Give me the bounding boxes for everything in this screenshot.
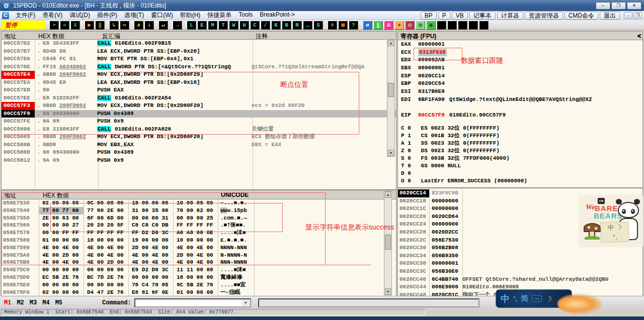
toolbar-button[interactable]: R bbox=[292, 21, 302, 30]
disasm-row[interactable]: 00CC57EA.8D45 E8LEA EAX,DWORD PTR SS:[EB… bbox=[2, 79, 396, 87]
mdi-minimize-button[interactable]: – bbox=[624, 12, 632, 19]
dropdown-arrow-icon[interactable]: ▼ bbox=[242, 300, 250, 306]
toolbar-button[interactable]: ↳ bbox=[109, 21, 119, 30]
disasm-row[interactable]: 00CC57D7.8D4D D8LEA ECX,DWORD PTR SS:[EB… bbox=[2, 48, 396, 56]
disasm-scrollbar[interactable]: ▲ ▼ bbox=[387, 39, 395, 157]
toolbar-button[interactable]: ▦ bbox=[338, 21, 348, 30]
memory-tab-m5[interactable]: M5 bbox=[55, 299, 62, 306]
ime-simplified[interactable]: 简 bbox=[521, 294, 528, 303]
toolbar-button[interactable]: L bbox=[187, 21, 196, 30]
toolbar-button[interactable]: ⇓ bbox=[144, 21, 154, 30]
menu-item[interactable]: 快捷菜单 bbox=[204, 11, 235, 20]
flag-row[interactable]: C 0 ES 0023 32位 0(FFFFFFFF) bbox=[401, 125, 641, 132]
dump-row[interactable]: 056E75A04E 00 2D 004E 00 4E 004E 00 4E 0… bbox=[2, 252, 396, 259]
toolbar-button[interactable]: ↶ bbox=[49, 21, 59, 30]
toolbar-button[interactable]: ↦ bbox=[120, 21, 129, 30]
dump-row[interactable]: 056E758001 00 00 0018 00 00 0019 00 00 0… bbox=[2, 237, 396, 244]
command-input[interactable]: ▼ bbox=[134, 298, 251, 307]
dump-row[interactable]: 056E75C000 00 00 0000 00 00 00E9 D2 D0 3… bbox=[2, 266, 396, 274]
dump-row[interactable]: 056E75F002 00 00 00D4 47 2E 76E8 81 6F 0… bbox=[2, 289, 396, 296]
menu-shortcut-button[interactable]: CMD命令 bbox=[565, 12, 598, 20]
register-row[interactable]: EDI6BF1FA90Qt5Widge.?text@QLineEdit@@QBE… bbox=[401, 96, 641, 104]
toolbar-button[interactable] bbox=[437, 21, 446, 30]
dump-row[interactable]: 056E754077 00 77 0077 00 2E 0031 00 35 0… bbox=[2, 207, 396, 215]
memory-tab-m4[interactable]: M4 bbox=[42, 299, 49, 306]
dump-row[interactable]: 056E75502E 00 63 006F 00 6D 0000 00 00 3… bbox=[2, 215, 396, 222]
menu-shortcut-button[interactable]: VB bbox=[452, 12, 468, 20]
close-button[interactable]: ✕ bbox=[627, 2, 641, 10]
toolbar-button[interactable]: A bbox=[384, 21, 393, 30]
toolbar-button[interactable]: ≡ bbox=[328, 21, 337, 30]
disasm-row[interactable]: 00CC57E4.8B0D 200FD602MOV ECX,DWORD PTR … bbox=[2, 71, 396, 79]
disasm-row[interactable]: 00CC57DA.C645 FC 01MOV BYTE PTR SS:[EBP-… bbox=[2, 55, 396, 63]
menu-shortcut-button[interactable]: P bbox=[438, 12, 450, 20]
disasm-row[interactable]: 00CC580D.68 89430000PUSH 0x4389 bbox=[2, 149, 396, 157]
disasm-row[interactable]: 00CC57ED.50PUSH EAX bbox=[2, 86, 396, 94]
disasm-row[interactable]: 00CC57D2.E8 3E4363FFCALL 010Edito.002F9B… bbox=[2, 40, 396, 48]
toolbar-button[interactable]: B bbox=[282, 21, 291, 30]
toolbar-button[interactable]: ▥ bbox=[416, 21, 425, 30]
menu-item[interactable]: Tools bbox=[235, 11, 256, 20]
menu-item[interactable]: 文件(F) bbox=[12, 11, 39, 20]
toolbar-button[interactable]: ? bbox=[349, 21, 358, 30]
toolbar-button[interactable]: W bbox=[229, 21, 238, 30]
dump-row[interactable]: 056E75904E 00 4E 004E 00 4E 002D 00 4E 0… bbox=[2, 244, 396, 252]
menu-item[interactable]: 选项(T) bbox=[121, 11, 147, 20]
disasm-row[interactable]: 00CC57DE.FF15 A024D602CALL DWORD PTR DS:… bbox=[2, 63, 396, 71]
dump-scrollbar[interactable]: ▲ ▼ bbox=[384, 191, 392, 295]
ime-chinese-mode[interactable]: 中 bbox=[501, 293, 510, 305]
toolbar-button[interactable]: ⇄ bbox=[363, 21, 372, 30]
dump-row[interactable]: 056E757000 00 FF FFFF FF FF FFFF D2 D0 3… bbox=[2, 229, 396, 237]
register-row[interactable]: EBX00000001 bbox=[401, 64, 641, 72]
ime-punctuation[interactable]: °, bbox=[513, 295, 517, 302]
memory-tab-m2[interactable]: M2 bbox=[17, 299, 24, 306]
menu-shortcut-button[interactable]: BP bbox=[421, 12, 437, 20]
disasm-row[interactable]: 00CC580B.8BD8MOV EBX,EAXEBX = EAX bbox=[2, 141, 396, 149]
toolbar-button[interactable] bbox=[458, 21, 467, 30]
toolbar-button[interactable]: ▶ bbox=[85, 21, 94, 30]
toolbar-button[interactable]: ‖ bbox=[95, 21, 105, 30]
disasm-row[interactable]: 00CC57F3.8B0D 200FD602MOV ECX,DWORD PTR … bbox=[2, 102, 396, 110]
toolbar-button[interactable]: ⇵ bbox=[134, 21, 143, 30]
register-row[interactable]: EIP00CC57F9010Edito.00CC57F9 bbox=[401, 112, 641, 120]
stack-row[interactable]: 0020CC3800000001 bbox=[398, 260, 642, 268]
flag-row[interactable]: O 0 LastErr ERROR_SUCCESS (00000000) bbox=[401, 177, 641, 185]
register-row[interactable]: EBP0020CC54 bbox=[401, 80, 641, 88]
disasm-row[interactable]: 00CC57F9.68 89430000PUSH 0x4389 bbox=[2, 110, 396, 118]
toolbar-button[interactable]: S bbox=[313, 21, 323, 30]
disasm-row[interactable]: 00CC5800.E8 215063FFCALL 010Edito.002FA8… bbox=[2, 126, 396, 134]
menu-shortcut-button[interactable]: 记事本 bbox=[469, 12, 496, 20]
dump-row[interactable]: 056E75B04E 00 4E 004E 00 2D 004E 00 4E 0… bbox=[2, 259, 396, 266]
toolbar-button[interactable]: ↵ bbox=[158, 21, 168, 30]
register-row[interactable]: ESP0020CC14 bbox=[401, 72, 641, 80]
register-row[interactable]: EAX00000001 bbox=[401, 41, 641, 49]
toolbar-button[interactable]: C bbox=[250, 21, 260, 30]
toolbar-button[interactable]: « bbox=[60, 21, 69, 30]
disasm-row[interactable]: 00CC57FE.6A 09PUSH 0x9 bbox=[2, 118, 396, 126]
toolbar-button[interactable]: / bbox=[261, 21, 270, 30]
toolbar-button[interactable]: … bbox=[303, 21, 312, 30]
restore-button[interactable]: ❐ bbox=[611, 2, 626, 10]
toolbar-button[interactable]: ‖ bbox=[373, 21, 383, 30]
flag-row[interactable]: A 1 SS 0023 32位 0(FFFFFFFF) bbox=[401, 140, 641, 147]
disasm-row[interactable]: 00CC5805.8B0D 200FD602MOV ECX,DWORD PTR … bbox=[2, 133, 396, 141]
memory-tab-m1[interactable]: M1 bbox=[4, 299, 11, 306]
toolbar-button[interactable]: ◎ bbox=[405, 21, 415, 30]
toolbar-button[interactable]: ● bbox=[394, 21, 404, 30]
toolbar-button[interactable]: X bbox=[70, 21, 80, 30]
toolbar-button[interactable]: T bbox=[218, 21, 228, 30]
register-row[interactable]: ECX0313F638 bbox=[401, 49, 641, 57]
flag-row[interactable]: D 0 bbox=[401, 170, 641, 177]
disasm-row[interactable]: 00CC5812.6A 09PUSH 0x9 bbox=[2, 157, 396, 165]
dump-row[interactable]: 056E75D0EC 5B 2E 76BC 7D 2E 7600 00 00 0… bbox=[2, 274, 396, 281]
menu-item[interactable]: 窗口(W) bbox=[147, 11, 176, 20]
flag-row[interactable]: T 0 GS 0000 NULL bbox=[401, 162, 641, 170]
register-row[interactable]: ESI0317B6E8 bbox=[401, 88, 641, 96]
register-row[interactable]: EDX000002AB bbox=[401, 56, 641, 64]
toolbar-button[interactable]: → bbox=[173, 21, 182, 30]
toolbar-button[interactable]: H bbox=[239, 21, 249, 30]
toolbar-button[interactable] bbox=[468, 21, 478, 30]
menu-item[interactable]: 调试(D) bbox=[66, 11, 94, 20]
dump-row[interactable]: 056E753002 00 00 000C 00 00 0019 00 00 0… bbox=[2, 199, 396, 207]
dump-row[interactable]: 056E75E000 00 00 0000 00 00 0078 C4 70 0… bbox=[2, 281, 396, 289]
